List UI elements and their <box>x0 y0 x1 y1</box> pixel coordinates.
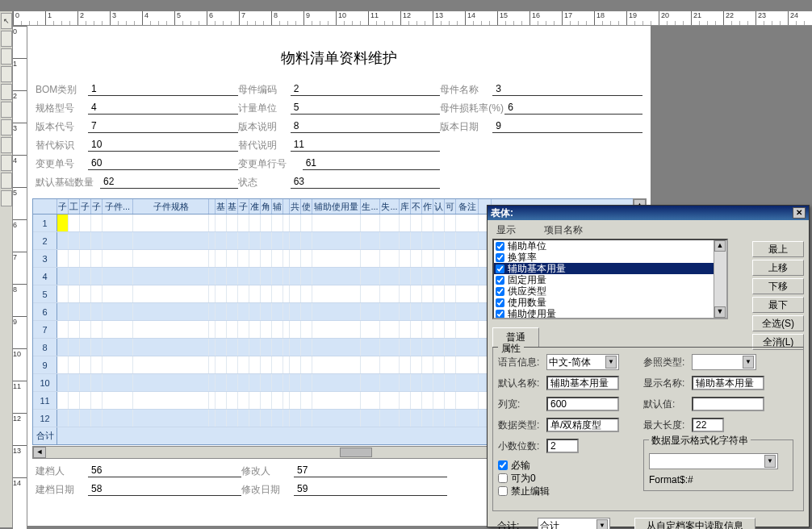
cell[interactable] <box>238 285 249 302</box>
close-icon[interactable]: ✕ <box>793 207 806 219</box>
cell[interactable] <box>238 374 249 391</box>
cell[interactable] <box>380 232 400 249</box>
cell[interactable] <box>91 374 103 391</box>
cell[interactable] <box>80 339 91 356</box>
row-header[interactable]: 5 <box>33 285 57 302</box>
grid-col-header[interactable]: 基 <box>216 199 227 214</box>
cell[interactable] <box>445 392 456 409</box>
cell[interactable] <box>283 232 290 249</box>
field-value[interactable]: 9 <box>492 120 642 133</box>
field-value[interactable]: 3 <box>492 83 642 96</box>
cell[interactable] <box>249 215 261 231</box>
cell[interactable] <box>456 285 479 302</box>
cell[interactable] <box>103 339 133 356</box>
cell[interactable] <box>301 339 312 356</box>
cell[interactable] <box>380 321 400 338</box>
cell[interactable] <box>133 268 209 285</box>
cell[interactable] <box>227 374 238 391</box>
cell[interactable] <box>445 268 456 285</box>
cell[interactable] <box>445 250 456 267</box>
cell[interactable] <box>91 232 103 249</box>
cell[interactable] <box>103 374 133 391</box>
cell[interactable] <box>216 410 227 427</box>
cell[interactable] <box>69 392 80 409</box>
cell[interactable] <box>272 392 283 409</box>
cell[interactable] <box>272 285 283 302</box>
cell[interactable] <box>216 356 227 373</box>
cell[interactable] <box>411 374 422 391</box>
cell[interactable] <box>283 303 290 320</box>
grid-col-header[interactable]: 子 <box>91 199 103 214</box>
cell[interactable] <box>216 374 227 391</box>
tool-7[interactable] <box>1 137 12 153</box>
cell[interactable] <box>361 215 380 231</box>
move-up-button[interactable]: 上移 <box>752 260 804 276</box>
cell[interactable] <box>227 232 238 249</box>
cell[interactable] <box>400 303 411 320</box>
cell[interactable] <box>216 232 227 249</box>
cell[interactable] <box>411 285 422 302</box>
grid-col-header[interactable]: 不 <box>411 199 422 214</box>
cell[interactable] <box>422 250 433 267</box>
cell[interactable] <box>422 356 433 373</box>
cell[interactable] <box>91 215 103 231</box>
cell[interactable] <box>380 356 400 373</box>
cell[interactable] <box>103 321 133 338</box>
cell[interactable] <box>272 250 283 267</box>
cell[interactable] <box>57 232 69 249</box>
cell[interactable] <box>69 410 80 427</box>
cell[interactable] <box>103 285 133 302</box>
cell[interactable] <box>216 339 227 356</box>
cell[interactable] <box>238 392 249 409</box>
tool-10[interactable] <box>1 190 12 206</box>
cell[interactable] <box>57 215 69 231</box>
move-down-button[interactable]: 下移 <box>752 278 804 294</box>
row-header[interactable]: 9 <box>33 356 57 373</box>
cell[interactable] <box>216 215 227 231</box>
cell[interactable] <box>301 321 312 338</box>
grid-col-header[interactable]: 准 <box>249 199 261 214</box>
cell[interactable] <box>380 285 400 302</box>
cell[interactable] <box>133 215 209 231</box>
cell[interactable] <box>290 285 301 302</box>
cell[interactable] <box>91 392 103 409</box>
cell[interactable] <box>361 374 380 391</box>
cell[interactable] <box>400 321 411 338</box>
cell[interactable] <box>238 339 249 356</box>
grid-col-header[interactable] <box>283 199 290 214</box>
cell[interactable] <box>456 339 479 356</box>
cell[interactable] <box>290 268 301 285</box>
cell[interactable] <box>238 303 249 320</box>
cell[interactable] <box>422 374 433 391</box>
cell[interactable] <box>422 268 433 285</box>
cell[interactable] <box>422 215 433 231</box>
cell[interactable] <box>445 339 456 356</box>
tool-cursor[interactable]: ↖ <box>1 13 12 29</box>
cell[interactable] <box>290 392 301 409</box>
cell[interactable] <box>133 339 209 356</box>
cell[interactable] <box>249 250 261 267</box>
cell[interactable] <box>290 303 301 320</box>
move-top-button[interactable]: 最上 <box>752 241 804 257</box>
cell[interactable] <box>433 339 445 356</box>
cell[interactable] <box>69 250 80 267</box>
cell[interactable] <box>209 356 216 373</box>
cell[interactable] <box>261 215 272 231</box>
cell[interactable] <box>400 339 411 356</box>
cell[interactable] <box>445 215 456 231</box>
list-scroll-up-icon[interactable]: ▲ <box>714 240 726 252</box>
cell[interactable] <box>209 321 216 338</box>
cell[interactable] <box>261 232 272 249</box>
required-checkbox[interactable] <box>498 460 508 470</box>
tool-9[interactable] <box>1 173 12 189</box>
tool-5[interactable] <box>1 102 12 118</box>
cell[interactable] <box>361 285 380 302</box>
cell[interactable] <box>456 321 479 338</box>
cell[interactable] <box>261 392 272 409</box>
cell[interactable] <box>445 303 456 320</box>
cell[interactable] <box>80 232 91 249</box>
cell[interactable] <box>69 303 80 320</box>
cell[interactable] <box>411 392 422 409</box>
cell[interactable] <box>312 303 361 320</box>
cell[interactable] <box>272 339 283 356</box>
